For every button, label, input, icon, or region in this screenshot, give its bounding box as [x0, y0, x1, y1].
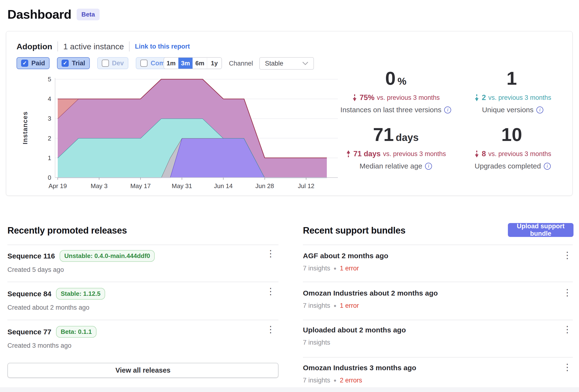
dot-separator: ●: [334, 378, 336, 383]
release-created: Created about 2 months ago: [7, 304, 279, 311]
info-icon[interactable]: i: [425, 163, 432, 170]
bundle-errors: 2 errors: [340, 377, 362, 384]
bundle-row-uploaded[interactable]: Uploaded about 2 months ago 7 insights ⋮: [303, 326, 573, 346]
header-divider: [129, 41, 130, 52]
stat-change-suffix: vs. previous 3 months: [488, 94, 551, 101]
stat-change-value: 75%: [360, 93, 374, 102]
trend-arrow-icon: [346, 150, 351, 158]
stat-change: 71 days vs. previous 3 months: [346, 150, 446, 158]
bundle-title: Uploaded about 2 months ago: [303, 326, 573, 334]
stat-change-value: 2: [482, 93, 486, 102]
trial-checkbox[interactable]: ✓: [62, 60, 69, 67]
stat-upgrades-completed: 10 8 vs. previous 3 months Upgrades comp…: [454, 122, 571, 185]
community-checkbox[interactable]: [140, 60, 147, 67]
bundle-insights: 7 insights: [303, 377, 330, 384]
bundle-errors: 1 error: [340, 265, 359, 272]
link-to-report[interactable]: Link to this report: [135, 43, 190, 50]
bundle-row-omozan-2[interactable]: Omozan Industries 3 months ago 7 insight…: [303, 364, 573, 384]
trend-arrow-icon: [352, 94, 357, 101]
release-row-sequence-116[interactable]: Sequence 116 Unstable: 0.4.0-main.444ddf…: [7, 250, 279, 273]
stat-change-suffix: vs. previous 3 months: [488, 150, 551, 158]
info-icon[interactable]: i: [544, 163, 551, 170]
dev-checkbox[interactable]: [102, 60, 109, 67]
kebab-menu-icon[interactable]: ⋮: [266, 286, 275, 297]
svg-text:Jul 12: Jul 12: [298, 182, 314, 190]
divider: [303, 320, 573, 320]
adoption-chart-area: Apr 19May 3May 17May 31Jun 14Jun 28Jul 1…: [23, 72, 344, 193]
stat-change-value: 8: [482, 150, 486, 158]
info-icon[interactable]: i: [444, 107, 451, 113]
bundle-insights: 7 insights: [303, 265, 330, 272]
divider: [303, 282, 573, 282]
stat-label: Upgrades completed: [475, 162, 541, 170]
trend-arrow-icon: [474, 150, 479, 158]
filter-chip-dev[interactable]: Dev: [97, 57, 129, 69]
release-row-sequence-84[interactable]: Sequence 84 Stable: 1.12.5 Created about…: [7, 288, 279, 311]
kebab-menu-icon[interactable]: ⋮: [563, 325, 572, 334]
kebab-menu-icon[interactable]: ⋮: [266, 249, 275, 259]
svg-text:May 17: May 17: [130, 182, 151, 190]
kebab-menu-icon[interactable]: ⋮: [266, 325, 275, 334]
upload-support-bundle-button[interactable]: Upload support bundle: [508, 223, 574, 237]
svg-text:2: 2: [48, 135, 51, 142]
stat-median-relative-age: 71 days 71 days vs. previous 3 months Me…: [337, 122, 454, 185]
divider: [7, 245, 279, 245]
bundle-title: Omozan Industries about 2 months ago: [303, 289, 573, 297]
bundle-insights: 7 insights: [303, 339, 330, 346]
time-range-control: 1m 3m 6m 1y: [163, 57, 222, 69]
svg-text:4: 4: [48, 95, 51, 102]
release-channel-badge: Beta: 0.1.1: [56, 326, 96, 338]
channel-select[interactable]: Stable: [259, 57, 314, 70]
divider: [7, 282, 279, 282]
kebab-menu-icon[interactable]: ⋮: [563, 250, 572, 260]
dot-separator: ●: [334, 266, 336, 271]
stat-unit: days: [396, 132, 419, 143]
stat-unique-versions: 1 2 vs. previous 3 months Unique version…: [454, 66, 571, 122]
bundle-row-omozan-1[interactable]: Omozan Industries about 2 months ago 7 i…: [303, 289, 573, 309]
channel-select-value: Stable: [265, 60, 284, 67]
svg-text:Jun 28: Jun 28: [255, 182, 274, 190]
trend-arrow-icon: [474, 94, 479, 101]
stat-value: 71: [373, 125, 394, 144]
release-created: Created 3 months ago: [7, 342, 279, 349]
filter-label: Trial: [72, 60, 85, 67]
channel-label: Channel: [229, 60, 253, 67]
active-instance-count: 1 active instance: [63, 42, 124, 51]
svg-text:May 3: May 3: [90, 182, 108, 190]
dashboard-page: Dashboard Beta Adoption 1 active instanc…: [0, 0, 579, 392]
page-bottom-strip: [0, 387, 579, 392]
bundle-insights: 7 insights: [303, 302, 330, 309]
stat-value: 0: [385, 69, 396, 88]
kebab-menu-icon[interactable]: ⋮: [563, 288, 572, 298]
kebab-menu-icon[interactable]: ⋮: [563, 362, 572, 372]
filter-chip-paid[interactable]: ✓ Paid: [16, 57, 50, 69]
paid-checkbox[interactable]: ✓: [21, 60, 28, 67]
adoption-card: Adoption 1 active instance Link to this …: [6, 31, 573, 196]
range-1y[interactable]: 1y: [207, 58, 221, 69]
bundle-row-agf[interactable]: AGF about 2 months ago 7 insights ● 1 er…: [303, 252, 573, 272]
adoption-stats-grid: 0 % 75% vs. previous 3 months Instances …: [337, 66, 571, 185]
view-all-releases-button[interactable]: View all releases: [7, 363, 279, 378]
chevron-down-icon: [302, 62, 308, 65]
stat-change: 8 vs. previous 3 months: [474, 150, 551, 158]
stat-unit: %: [397, 76, 406, 87]
divider: [7, 320, 279, 320]
svg-text:Apr 19: Apr 19: [49, 182, 67, 190]
releases-heading: Recently promoted releases: [7, 225, 127, 236]
release-row-sequence-77[interactable]: Sequence 77 Beta: 0.1.1 Created 3 months…: [7, 326, 279, 349]
stat-label: Instances on last three versions: [341, 106, 441, 114]
stat-value: 10: [502, 125, 522, 144]
stat-value: 1: [507, 69, 517, 88]
info-icon[interactable]: i: [536, 107, 543, 113]
range-1m[interactable]: 1m: [164, 58, 178, 69]
svg-text:0: 0: [48, 174, 51, 181]
range-6m[interactable]: 6m: [193, 58, 207, 69]
svg-text:5: 5: [48, 76, 51, 83]
stat-instances-last-three-versions: 0 % 75% vs. previous 3 months Instances …: [337, 66, 454, 122]
stat-change: 75% vs. previous 3 months: [352, 93, 440, 102]
filter-chip-trial[interactable]: ✓ Trial: [57, 57, 90, 69]
svg-text:3: 3: [48, 115, 51, 122]
range-3m[interactable]: 3m: [178, 58, 193, 69]
beta-badge: Beta: [77, 9, 100, 20]
stat-change-suffix: vs. previous 3 months: [383, 150, 446, 158]
